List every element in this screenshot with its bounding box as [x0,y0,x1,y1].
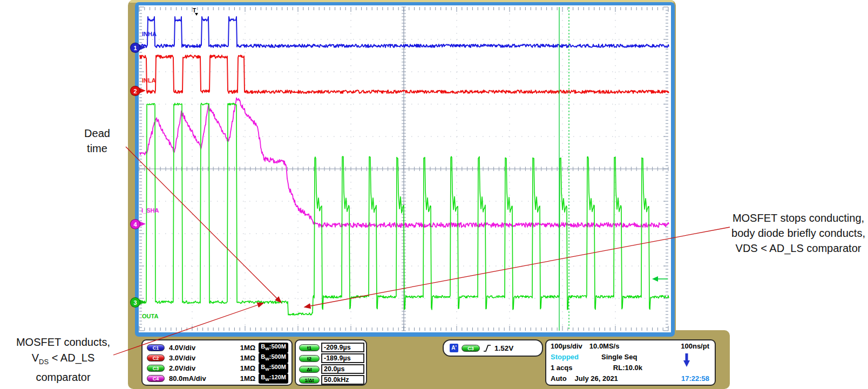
channel-row-c2: C2 3.0V/div 1MΩ BW:500M [147,353,289,363]
trigger-level-arrow[interactable] [652,276,658,282]
channel-row-c1: C1 4.0V/div 1MΩ BW:500M [147,343,289,353]
acquisition-count: 1 acqs [551,364,572,372]
mosfet-stops-line2: body diode briefly conducts, [729,226,868,241]
bandwidth-badge-c3: BW:500M [259,363,288,373]
channel-impedance-c4: 1MΩ [240,374,255,383]
scroll-down-arrow-icon[interactable] [683,352,690,368]
trigger-source-badge[interactable]: C3 [462,345,480,352]
trace-label-inha: INHA [142,31,157,37]
channel-marker-4[interactable]: 4 [130,219,140,229]
channel-row-c3: C3 2.0V/div 1MΩ BW:500M [147,363,289,373]
channel-badge-c1[interactable]: C1 [147,344,165,351]
trigger-readout-panel: A' C3 1.52V [443,339,543,357]
scope-graticule-area: TINHAINLAI_SHAOUTA [139,5,671,332]
cursor-row-dt: Δt 20.0µs [299,364,364,374]
acquisition-mode: Single Seq [601,353,637,361]
mosfet-stops-line3: VDS < AD_LS comparator [729,241,868,256]
rising-edge-slope-icon [483,344,491,352]
trace-outa [140,103,669,315]
sample-resolution: 100ns/pt [681,342,709,350]
cursor-badge-t1[interactable]: t1 [299,344,320,351]
channel-badge-c4[interactable]: C4 [147,375,165,382]
cursor-badge-inv-dt[interactable]: 1/Δt [299,377,320,384]
annotation-dead-time: Dead time [64,126,131,156]
bandwidth-badge-c1: BW:500M [259,343,288,352]
timebase-row-1: 100µs/div 10.0MS/s 100ns/pt [551,342,711,353]
channel-impedance-c2: 1MΩ [240,354,255,362]
mosfet-conducts-line3: comparator [0,370,126,385]
trace-inla [140,55,669,93]
timebase-panel: 100µs/div 10.0MS/s 100ns/pt Stopped Sing… [545,339,716,386]
dead-time-line1: Dead [64,126,131,141]
time-label: 17:22:58 [681,374,709,383]
trace-label-i_sha: I_SHA [141,207,159,214]
cursor-value-t1: -209.9µs [321,343,364,352]
record-length: RL:10.0k [613,364,642,372]
cursor-badge-t2[interactable]: t2 [299,355,320,362]
channel-scale-c4: 80.0mA/div [169,374,206,383]
trace-label-outa: OUTA [142,313,158,319]
cursor-row-inv-dt: 1/Δt 50.0kHz [299,374,364,385]
waveform-plot: TINHAINLAI_SHAOUTA [139,5,671,332]
annotation-mosfet-stops: MOSFET stops conducting, body diode brie… [729,210,868,256]
channel-marker-1[interactable]: 1 [130,43,140,53]
bandwidth-badge-c2: BW:500M [259,353,288,363]
cursor-value-dt: 20.0µs [321,364,364,374]
channel-scale-c3: 2.0V/div [169,364,195,372]
channel-scale-c1: 4.0V/div [169,344,195,352]
mosfet-conducts-line2: VDS < AD_LS [0,350,126,370]
timebase-row-4: Auto July 26, 2021 17:22:58 [551,374,711,385]
sample-rate: 10.0MS/s [589,342,620,350]
bandwidth-badge-c4: BW:120M [259,373,288,383]
acquisition-status: Stopped [551,353,579,361]
channel-readouts-panel: C1 4.0V/div 1MΩ BW:500M C2 3.0V/div 1MΩ … [141,339,293,386]
channel-badge-c2[interactable]: C2 [147,354,165,361]
mosfet-conducts-line1: MOSFET conducts, [0,335,126,350]
screenshot-canvas: TINHAINLAI_SHAOUTA 1243 C1 4.0V/div 1MΩ … [0,0,868,389]
mosfet-stops-line1: MOSFET stops conducting, [729,210,868,226]
cursor-value-t2: -189.9µs [321,353,364,363]
annotation-mosfet-conducts: MOSFET conducts, VDS < AD_LS comparator [0,335,126,385]
channel-badge-c3[interactable]: C3 [147,365,165,372]
cursor-badge-dt[interactable]: Δt [299,366,320,373]
channel-impedance-c3: 1MΩ [240,364,255,372]
dead-time-line2: time [64,141,131,156]
cursor-row-t1: t1 -209.9µs [299,342,364,353]
cursor-row-t2: t2 -189.9µs [299,353,364,364]
trigger-mode: Auto [551,374,567,383]
channel-row-c4: C4 80.0mA/div 1MΩ BW:120M [147,373,289,384]
trigger-level-value: 1.52V [494,344,513,352]
channel-marker-3[interactable]: 3 [130,297,140,308]
channel-marker-2[interactable]: 2 [130,86,140,96]
channel-scale-c2: 3.0V/div [169,354,195,362]
cursor-value-inv-dt: 50.0kHz [321,375,364,385]
timebase-scale: 100µs/div [551,342,582,350]
trace-label-inla: INLA [142,77,156,84]
trigger-a-badge[interactable]: A' [450,344,458,352]
trigger-position-marker: T [193,8,196,13]
date-label: July 26, 2021 [575,374,618,383]
channel-impedance-c1: 1MΩ [240,344,255,352]
cursor-readouts-panel: t1 -209.9µs t2 -189.9µs Δt 20.0µs 1/Δt 5… [295,339,367,386]
